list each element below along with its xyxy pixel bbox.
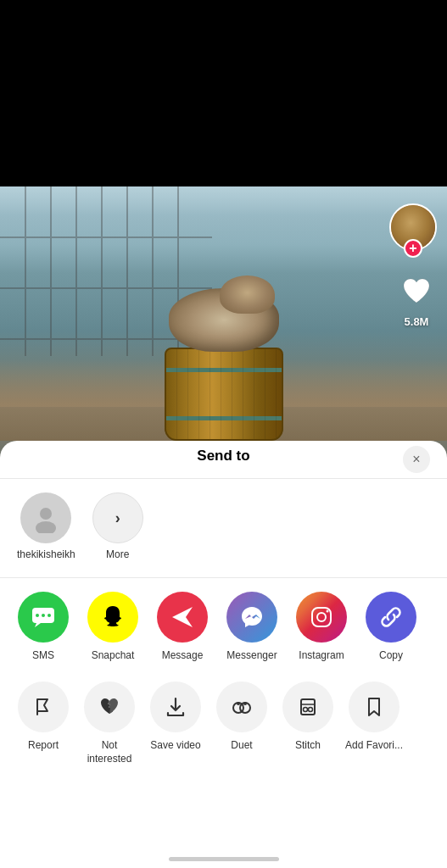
share-sms[interactable]: SMS [14, 592, 73, 661]
report-icon [18, 682, 69, 732]
messenger-label: Messenger [226, 649, 277, 661]
bookmark-icon [363, 696, 385, 718]
action-duet[interactable]: Duet [212, 682, 271, 765]
not-interested-label: Not interested [80, 739, 139, 765]
creator-avatar[interactable]: + [389, 203, 437, 251]
svg-point-15 [42, 614, 45, 617]
add-favorites-label: Add Favori... [345, 739, 403, 753]
close-icon: × [412, 452, 420, 467]
copy-label: Copy [379, 649, 403, 661]
share-sheet: Send to × thekikisheikh › More [0, 441, 447, 868]
svg-point-29 [309, 708, 313, 712]
svg-point-25 [243, 702, 247, 705]
close-button[interactable]: × [403, 446, 430, 473]
heart-icon [400, 275, 433, 308]
share-snapchat[interactable]: Snapchat [83, 592, 142, 661]
svg-marker-17 [172, 607, 193, 627]
video-area: + 5.8M [0, 0, 447, 475]
instagram-logo-icon [309, 604, 334, 630]
add-favorites-icon [349, 682, 400, 732]
chevron-right-icon: › [115, 509, 120, 527]
person-icon [31, 503, 61, 533]
copy-link-icon [378, 604, 404, 630]
duet-label: Duet [231, 739, 252, 753]
svg-marker-13 [35, 623, 41, 627]
action-save-video[interactable]: Save video [146, 682, 205, 765]
flag-icon [32, 696, 54, 718]
svg-point-21 [327, 610, 329, 613]
duet-circles-icon [231, 696, 253, 718]
snapchat-label: Snapchat [92, 649, 135, 661]
sheet-header: Send to × [0, 441, 447, 478]
snapchat-icon [87, 592, 138, 643]
contacts-row: thekikisheikh › More [0, 492, 447, 560]
follow-button[interactable]: + [404, 239, 422, 258]
stitch-label: Stitch [295, 739, 321, 753]
svg-point-14 [36, 614, 39, 617]
snapchat-ghost-icon [99, 604, 126, 631]
svg-point-28 [304, 708, 308, 712]
svg-point-16 [47, 614, 51, 617]
report-label: Report [28, 739, 59, 753]
contact-name: thekikisheikh [17, 548, 75, 560]
svg-point-11 [36, 521, 56, 533]
contact-thekikisheikh[interactable]: thekikisheikh [17, 492, 75, 560]
capybara [160, 275, 288, 352]
message-label: Message [162, 649, 204, 661]
action-not-interested[interactable]: Not interested [80, 682, 139, 765]
share-instagram[interactable]: Instagram [292, 592, 351, 661]
more-avatar: › [92, 492, 143, 543]
svg-point-20 [317, 613, 326, 621]
action-add-favorites[interactable]: Add Favori... [344, 682, 404, 765]
save-video-label: Save video [150, 739, 200, 753]
contact-avatar [20, 492, 71, 543]
action-stitch[interactable]: Stitch [278, 682, 338, 765]
apps-row: SMS Snapchat Message [0, 592, 447, 661]
not-interested-icon [84, 682, 135, 732]
stitch-icon [282, 682, 333, 732]
sms-bubble-icon [30, 604, 57, 631]
broken-heart-icon [98, 696, 120, 718]
barrel [165, 348, 283, 441]
stitch-scissors-icon [297, 696, 319, 718]
sms-icon [18, 592, 69, 643]
like-button[interactable]: 5.8M [396, 271, 437, 328]
svg-point-10 [40, 508, 52, 520]
contact-more[interactable]: › More [92, 492, 143, 560]
message-send-icon [169, 604, 196, 631]
instagram-label: Instagram [299, 649, 344, 661]
svg-point-24 [237, 702, 240, 705]
action-report[interactable]: Report [14, 682, 73, 765]
like-count: 5.8M [405, 315, 429, 328]
more-label: More [106, 548, 129, 560]
copy-icon [366, 592, 416, 643]
home-indicator [169, 857, 279, 861]
instagram-icon [296, 592, 347, 643]
black-top [0, 0, 447, 186]
video-content [0, 186, 447, 475]
share-messenger[interactable]: Messenger [222, 592, 282, 661]
share-message[interactable]: Message [153, 592, 212, 661]
sms-label: SMS [32, 649, 54, 661]
divider-2 [0, 577, 447, 578]
share-copy[interactable]: Copy [361, 592, 421, 661]
download-icon [165, 696, 187, 718]
sheet-title: Send to [197, 448, 249, 465]
divider-1 [0, 478, 447, 479]
messenger-icon [226, 592, 277, 643]
duet-icon [216, 682, 267, 732]
svg-rect-26 [301, 699, 315, 715]
actions-row: Report Not interested Save video [0, 682, 447, 765]
messenger-logo-icon [239, 604, 265, 630]
message-icon [157, 592, 208, 643]
save-video-icon [150, 682, 201, 732]
